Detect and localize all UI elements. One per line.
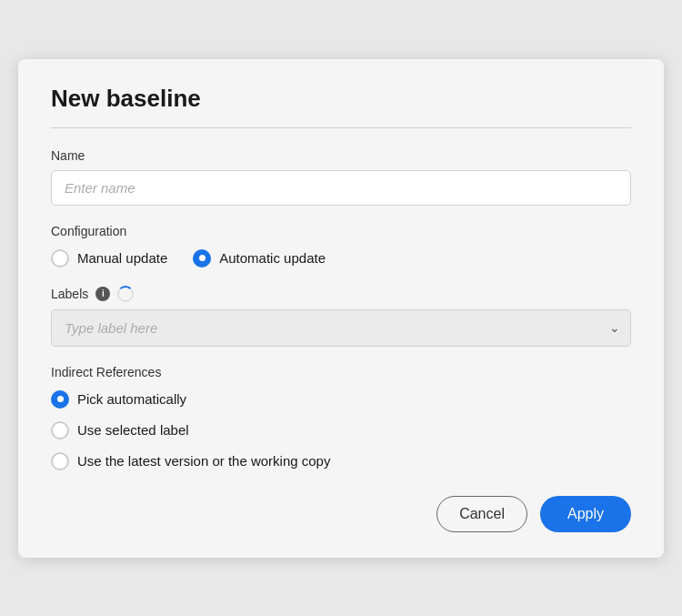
labels-dropdown[interactable]: Type label here — [51, 309, 631, 347]
labels-label: Labels — [51, 287, 88, 301]
configuration-label: Configuration — [51, 224, 631, 238]
name-input[interactable] — [51, 170, 631, 206]
configuration-radio-group: Manual update Automatic update — [51, 249, 631, 268]
use-latest-version-option[interactable]: Use the latest version or the working co… — [51, 452, 631, 470]
labels-row: Labels i — [51, 286, 631, 302]
indirect-references-label: Indirect References — [51, 365, 631, 379]
use-selected-label-radio[interactable] — [51, 421, 69, 439]
title-divider — [51, 127, 631, 128]
automatic-update-option[interactable]: Automatic update — [193, 249, 326, 268]
automatic-update-radio[interactable] — [193, 249, 211, 268]
pick-automatically-label: Pick automatically — [77, 391, 186, 407]
use-selected-label-option[interactable]: Use selected label — [51, 421, 631, 439]
pick-automatically-radio[interactable] — [51, 390, 69, 409]
pick-automatically-option[interactable]: Pick automatically — [51, 390, 631, 409]
labels-dropdown-container: Type label here ⌄ — [51, 309, 631, 347]
name-label: Name — [51, 148, 631, 163]
manual-update-label: Manual update — [77, 250, 167, 266]
indirect-references-section: Indirect References Pick automatically U… — [51, 365, 631, 470]
apply-button[interactable]: Apply — [540, 496, 631, 532]
labels-loading-spinner — [117, 286, 134, 302]
manual-update-radio[interactable] — [51, 249, 69, 268]
cancel-button[interactable]: Cancel — [436, 496, 527, 532]
new-baseline-dialog: New baseline Name Configuration Manual u… — [18, 59, 664, 558]
dialog-title: New baseline — [51, 85, 631, 113]
manual-update-option[interactable]: Manual update — [51, 249, 167, 268]
automatic-update-label: Automatic update — [219, 250, 326, 266]
indirect-references-radio-group: Pick automatically Use selected label Us… — [51, 390, 631, 470]
labels-info-icon[interactable]: i — [95, 287, 110, 301]
use-latest-version-radio[interactable] — [51, 452, 69, 470]
dialog-footer: Cancel Apply — [51, 496, 631, 532]
use-latest-version-label: Use the latest version or the working co… — [77, 453, 330, 469]
use-selected-label-label: Use selected label — [77, 422, 189, 438]
